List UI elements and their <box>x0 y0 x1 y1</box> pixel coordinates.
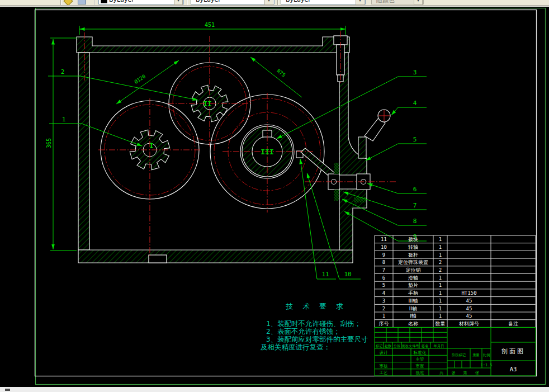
dim-width-text: 451 <box>205 22 215 28</box>
table-cell: 2 <box>382 306 385 311</box>
housing-bottom-notch <box>149 255 167 263</box>
table-cell: 3 <box>382 298 385 304</box>
housing-bottom-wall <box>78 250 353 263</box>
table-cell: HT150 <box>461 290 476 296</box>
properties-toolbar: ByLayer ▾ ByLayer ▾ ByLayer ▾ 随颜色 ▾ <box>0 0 549 6</box>
table-cell: 5 <box>382 282 385 288</box>
table-cell: 1 <box>439 282 442 288</box>
table-cell: 1 <box>439 313 442 319</box>
toolbar-separator <box>60 0 61 6</box>
lever-hub <box>358 137 366 158</box>
table-cell: 45 <box>466 313 472 319</box>
table-cell: 11 <box>381 237 387 242</box>
table-cell: 材料牌号 <box>458 321 479 327</box>
table-cell: 垫片 <box>408 282 418 288</box>
svg-text:签名: 签名 <box>422 344 429 348</box>
toolbar-separator <box>277 0 278 6</box>
svg-text:2、表面不允许有锈蚀；: 2、表面不允许有锈蚀； <box>266 327 340 336</box>
svg-text:审核: 审核 <box>380 363 389 369</box>
chevron-down-icon[interactable]: ▾ <box>356 0 365 5</box>
lineweight-control-dropdown[interactable]: ByLayer ▾ <box>281 0 366 4</box>
stage-label: 阶段标记 <box>452 353 466 357</box>
crosshatch-seal <box>354 197 366 202</box>
table-cell: 1 <box>439 306 442 311</box>
svg-text:年月日: 年月日 <box>434 344 444 348</box>
color-swatch-icon <box>101 0 107 3</box>
shaft-1-label: I <box>149 141 154 150</box>
weight-label: 重量 <box>472 353 480 357</box>
svg-text:设计: 设计 <box>380 350 389 355</box>
color-value: ByLayer <box>109 0 134 3</box>
table-cell: 拨杆 <box>408 252 418 258</box>
command-area-edge <box>0 387 549 392</box>
table-cell: II轴 <box>409 306 417 311</box>
shaft-3-label: III <box>261 148 273 156</box>
svg-text:10: 10 <box>344 271 351 278</box>
tech-req-title: 技 术 要 求 <box>285 302 346 310</box>
table-cell: 滑轴 <box>408 275 418 281</box>
chevron-down-icon[interactable]: ▾ <box>264 0 273 5</box>
toolbar-separator <box>187 0 188 6</box>
table-cell: 1 <box>439 290 442 296</box>
table-cell: 7 <box>382 267 385 273</box>
make-object-layer-icon[interactable] <box>64 0 73 6</box>
svg-text:及相关精度进行复查：: 及相关精度进行复查： <box>261 343 330 351</box>
shaft-2-label: II <box>203 100 212 108</box>
svg-text:5: 5 <box>413 136 417 143</box>
table-cell: 名称 <box>408 321 418 327</box>
table-cell: 备注 <box>508 321 518 327</box>
table-cell: 1 <box>382 313 385 319</box>
chevron-down-icon[interactable]: ▾ <box>174 0 183 5</box>
scale-value: 1:1.5 <box>480 363 492 367</box>
svg-text:工艺: 工艺 <box>380 370 389 375</box>
layer-previous-icon[interactable] <box>78 0 86 4</box>
chevron-down-icon: ▾ <box>414 0 423 5</box>
lineweight-value: ByLayer <box>286 0 311 3</box>
table-cell: 拨块 <box>408 237 418 242</box>
dim-height-text: 365 <box>46 138 52 148</box>
toolbar-separator <box>94 0 95 6</box>
table-cell: 2 <box>439 259 442 265</box>
svg-text:1、装配时不允许碰伤、刮伤；: 1、装配时不允许碰伤、刮伤； <box>266 319 361 328</box>
svg-text:8: 8 <box>413 218 417 225</box>
table-cell: 10 <box>381 244 387 250</box>
housing-left-wall <box>78 53 89 250</box>
svg-text:7: 7 <box>413 202 417 209</box>
drawing-title: 剖面图 <box>501 348 525 355</box>
table-cell: 4 <box>382 290 385 296</box>
svg-text:主管: 主管 <box>416 357 424 362</box>
table-cell: 2 <box>439 267 442 273</box>
plotstyle-control-dropdown: 随颜色 ▾ <box>371 0 424 4</box>
svg-text:3: 3 <box>413 69 417 76</box>
linetype-control-dropdown[interactable]: ByLayer ▾ <box>191 0 274 4</box>
svg-text:更改文件号: 更改文件号 <box>401 344 419 348</box>
scale-label: 比例 <box>483 353 490 357</box>
table-cell: 1 <box>439 298 442 304</box>
svg-text:标记: 标记 <box>375 344 383 348</box>
table-cell: 45 <box>466 306 472 311</box>
svg-text:6: 6 <box>413 186 417 193</box>
svg-text:处数: 处数 <box>385 344 392 348</box>
svg-text:分区: 分区 <box>394 344 401 348</box>
table-cell: 手柄 <box>408 290 418 296</box>
svg-text:2: 2 <box>61 68 65 75</box>
table-cell: 1 <box>439 275 442 281</box>
table-cell: 8 <box>382 259 385 265</box>
table-cell: 9 <box>382 252 385 258</box>
svg-text:标准化: 标准化 <box>413 350 427 355</box>
status-mark <box>5 389 10 391</box>
svg-text:11: 11 <box>321 271 329 278</box>
linetype-value: ByLayer <box>196 0 221 3</box>
table-cell: 1 <box>439 252 442 258</box>
table-cell: 1 <box>439 244 442 250</box>
crosshatch-seal <box>334 163 339 174</box>
color-control-dropdown[interactable]: ByLayer ▾ <box>98 0 184 4</box>
svg-text:批准: 批准 <box>416 370 425 375</box>
plotstyle-value: 随颜色 <box>376 0 395 4</box>
table-cell: 转轴 <box>408 244 418 250</box>
drawing-canvas[interactable]: I II III 451 365 Ø120 R75 <box>0 7 549 387</box>
svg-text:4: 4 <box>413 100 417 107</box>
paper-size: A3 <box>510 366 517 372</box>
sheet-info: 共 张 第 张 <box>439 371 482 375</box>
table-cell: 定位弹珠装置 <box>398 259 428 265</box>
